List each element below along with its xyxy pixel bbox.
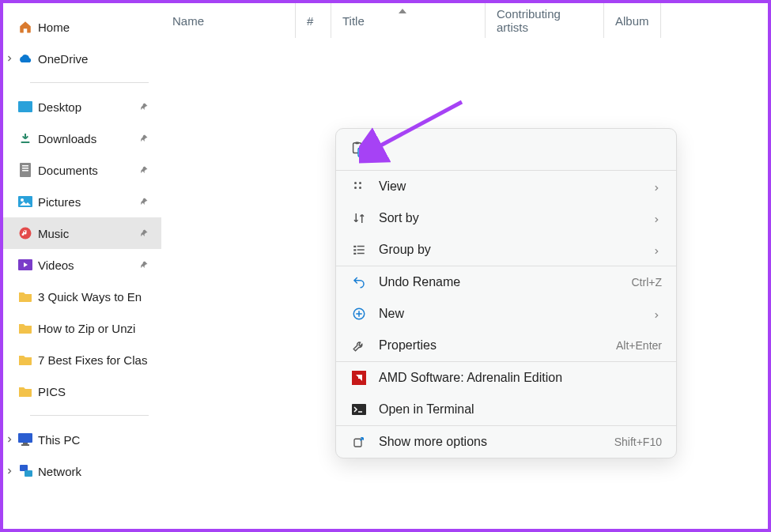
column-header-row: Name # Title Contributing artists Album bbox=[161, 3, 768, 38]
downloads-icon bbox=[17, 130, 33, 146]
column-hash[interactable]: # bbox=[296, 3, 331, 38]
sidebar-item-label: Downloads bbox=[38, 132, 96, 145]
svg-rect-26 bbox=[353, 253, 356, 255]
undo-icon bbox=[350, 274, 368, 291]
ctx-undo[interactable]: Undo Rename Ctrl+Z bbox=[336, 266, 676, 298]
sidebar-thispc-label: This PC bbox=[38, 433, 80, 447]
ctx-more-options[interactable]: Show more options Shift+F10 bbox=[336, 426, 676, 458]
ctx-sort-label: Sort by bbox=[379, 211, 652, 225]
chevron-right-icon bbox=[5, 53, 16, 64]
chevron-right-icon bbox=[652, 182, 662, 191]
sidebar-network-label: Network bbox=[38, 465, 81, 478]
ctx-undo-label: Undo Rename bbox=[379, 275, 632, 289]
svg-point-19 bbox=[359, 182, 361, 184]
terminal-icon bbox=[350, 401, 368, 418]
svg-point-18 bbox=[354, 182, 357, 184]
paste-button[interactable] bbox=[347, 138, 369, 160]
ctx-new[interactable]: New bbox=[336, 298, 676, 330]
sidebar-onedrive-label: OneDrive bbox=[38, 52, 88, 66]
network-icon bbox=[17, 463, 33, 479]
sidebar-item-label: Music bbox=[38, 227, 69, 240]
svg-rect-17 bbox=[358, 148, 365, 157]
svg-point-21 bbox=[359, 187, 361, 189]
sidebar-onedrive[interactable]: OneDrive bbox=[3, 43, 161, 74]
svg-rect-24 bbox=[353, 249, 356, 251]
ctx-sort[interactable]: Sort by bbox=[336, 202, 676, 234]
sidebar-thispc[interactable]: This PC bbox=[3, 424, 161, 455]
folder-icon bbox=[17, 320, 33, 336]
ctx-terminal[interactable]: Open in Terminal bbox=[336, 394, 676, 425]
sidebar-folder[interactable]: How to Zip or Unzi bbox=[3, 312, 161, 344]
sidebar-item-label: Desktop bbox=[38, 100, 81, 114]
sidebar-separator bbox=[30, 82, 149, 83]
svg-rect-14 bbox=[25, 470, 32, 477]
folder-icon bbox=[17, 383, 33, 399]
sort-caret-icon bbox=[399, 6, 406, 17]
home-icon bbox=[17, 19, 33, 35]
svg-rect-11 bbox=[23, 443, 28, 444]
svg-rect-5 bbox=[22, 170, 28, 172]
amd-icon bbox=[350, 369, 368, 387]
videos-icon bbox=[17, 257, 33, 273]
pictures-icon bbox=[17, 194, 33, 209]
sidebar-network[interactable]: Network bbox=[3, 455, 161, 487]
sidebar-item-pictures[interactable]: Pictures bbox=[3, 186, 161, 217]
svg-rect-22 bbox=[353, 246, 356, 247]
chevron-right-icon bbox=[652, 309, 662, 319]
svg-rect-27 bbox=[357, 253, 365, 255]
sidebar-folder-label: 3 Quick Ways to En bbox=[38, 290, 142, 304]
ctx-terminal-label: Open in Terminal bbox=[379, 402, 662, 417]
sidebar-item-desktop[interactable]: Desktop bbox=[3, 91, 161, 123]
svg-rect-0 bbox=[18, 101, 32, 112]
column-label: Title bbox=[342, 14, 365, 28]
pin-icon bbox=[139, 228, 150, 239]
column-title[interactable]: Title bbox=[331, 3, 486, 38]
sidebar-item-videos[interactable]: Videos bbox=[3, 249, 161, 281]
column-label: Contributing artists bbox=[497, 7, 592, 34]
sidebar-folder[interactable]: PICS bbox=[3, 375, 161, 407]
svg-rect-13 bbox=[20, 465, 28, 471]
ctx-properties[interactable]: Properties Alt+Enter bbox=[336, 330, 676, 361]
svg-rect-23 bbox=[357, 246, 365, 247]
column-name[interactable]: Name bbox=[161, 3, 296, 38]
sidebar-item-downloads[interactable]: Downloads bbox=[3, 123, 161, 154]
svg-rect-30 bbox=[352, 404, 366, 415]
ctx-undo-shortcut: Ctrl+Z bbox=[632, 276, 663, 289]
pin-icon bbox=[139, 259, 150, 270]
context-menu-command-bar bbox=[336, 129, 676, 170]
folder-icon bbox=[17, 289, 33, 304]
chevron-right-icon bbox=[652, 213, 662, 223]
sidebar-home[interactable]: Home bbox=[3, 11, 161, 43]
ctx-amd[interactable]: AMD Software: Adrenalin Edition bbox=[336, 362, 676, 394]
pin-icon bbox=[139, 133, 150, 144]
ctx-view-label: View bbox=[379, 179, 652, 194]
svg-rect-12 bbox=[21, 444, 29, 446]
svg-rect-10 bbox=[18, 433, 32, 443]
paste-icon bbox=[350, 141, 367, 158]
ctx-group[interactable]: Group by bbox=[336, 234, 676, 266]
ctx-more-shortcut: Shift+F10 bbox=[614, 436, 662, 448]
svg-rect-4 bbox=[22, 168, 28, 169]
wrench-icon bbox=[350, 337, 368, 354]
sidebar-folder-label: 7 Best Fixes for Clas bbox=[38, 353, 147, 367]
column-artists[interactable]: Contributing artists bbox=[486, 3, 604, 38]
ctx-view[interactable]: View bbox=[336, 171, 676, 202]
sidebar-item-documents[interactable]: Documents bbox=[3, 154, 161, 186]
more-options-icon bbox=[350, 433, 368, 451]
sidebar-folder[interactable]: 7 Best Fixes for Clas bbox=[3, 344, 161, 375]
documents-icon bbox=[17, 162, 33, 178]
sidebar-separator bbox=[30, 415, 149, 416]
ctx-group-label: Group by bbox=[379, 243, 652, 257]
svg-rect-3 bbox=[22, 165, 28, 167]
sidebar-folder[interactable]: 3 Quick Ways to En bbox=[3, 281, 161, 312]
column-album[interactable]: Album bbox=[604, 3, 661, 38]
pin-icon bbox=[139, 164, 150, 175]
ctx-more-label: Show more options bbox=[379, 435, 614, 449]
sidebar-item-label: Pictures bbox=[38, 195, 81, 209]
sidebar-item-music[interactable]: Music bbox=[3, 217, 161, 249]
svg-point-7 bbox=[21, 198, 24, 202]
ctx-new-label: New bbox=[379, 307, 652, 321]
onedrive-icon bbox=[17, 51, 33, 66]
column-label: # bbox=[307, 14, 313, 28]
ctx-properties-shortcut: Alt+Enter bbox=[616, 339, 662, 352]
